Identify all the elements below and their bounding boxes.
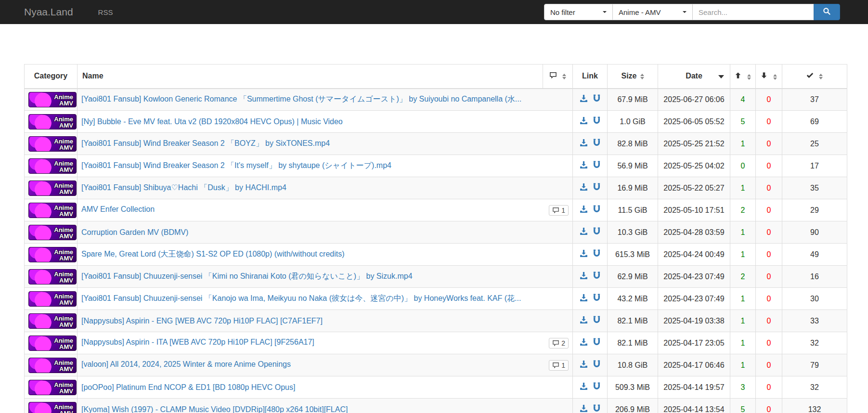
category-icon-anime-amv[interactable]: AnimeAMV	[28, 291, 77, 307]
category-icon-anime-amv[interactable]: AnimeAMV	[28, 269, 77, 284]
download-icon[interactable]	[580, 183, 588, 193]
download-icon[interactable]	[580, 249, 588, 259]
size-cell: 206.9 MiB	[608, 399, 658, 413]
torrent-name-link[interactable]: Spare Me, Great Lord (大王饶命) S1-S2 OP ED …	[81, 250, 345, 258]
download-icon[interactable]	[580, 316, 588, 326]
magnet-icon[interactable]	[593, 227, 601, 237]
completed-cell: 132	[782, 399, 847, 413]
category-icon-anime-amv[interactable]: AnimeAMV	[28, 313, 77, 329]
category-icon-anime-amv[interactable]: AnimeAMV	[28, 136, 77, 152]
download-icon[interactable]	[580, 205, 588, 215]
torrent-name-link[interactable]: [Nappysubs] Aspirin - ITA [WEB AVC 720p …	[81, 338, 314, 346]
torrent-name-link[interactable]: [Kyoma] Wish (1997) - CLAMP Music Video …	[81, 405, 348, 413]
download-icon[interactable]	[580, 139, 588, 149]
completed-cell: 49	[782, 244, 847, 266]
torrent-name-link[interactable]: Corruption Garden MV (BDMV)	[81, 228, 188, 236]
category-icon-anime-amv[interactable]: AnimeAMV	[28, 158, 77, 174]
header-category[interactable]: Category	[25, 65, 78, 89]
header-leechers[interactable]	[756, 65, 782, 89]
torrent-name-link[interactable]: [Yaoi801 Fansub] Wind Breaker Season 2 「…	[81, 161, 391, 169]
category-icon-anime-amv[interactable]: AnimeAMV	[28, 114, 77, 129]
category-icon-anime-amv[interactable]: AnimeAMV	[28, 181, 77, 196]
torrent-name-link[interactable]: [Yaoi801 Fansub] Wind Breaker Season 2 「…	[81, 139, 330, 147]
header-name[interactable]: Name	[78, 65, 543, 89]
download-icon[interactable]	[580, 294, 588, 304]
category-icon-anime-amv[interactable]: AnimeAMV	[28, 247, 77, 262]
link-cell	[573, 89, 608, 111]
magnet-icon[interactable]	[593, 382, 601, 392]
magnet-icon[interactable]	[593, 338, 601, 348]
torrent-name-link[interactable]: [Yaoi801 Fansub] Chuuzenji-sensei 「Kimi …	[81, 272, 413, 280]
torrent-name-link[interactable]: [Yaoi801 Fansub] Chuuzenji-sensei 「Kanoj…	[81, 294, 521, 302]
download-icon[interactable]	[580, 404, 588, 413]
category-select-value: Anime - AMV	[619, 8, 661, 16]
category-icon-anime-amv[interactable]: AnimeAMV	[28, 203, 77, 218]
header-completed[interactable]	[782, 65, 847, 89]
category-icon-anime-amv[interactable]: AnimeAMV	[28, 380, 77, 395]
category-select[interactable]: Anime - AMV	[612, 4, 693, 20]
magnet-icon[interactable]	[593, 271, 601, 282]
speech-bubble-icon	[549, 72, 559, 80]
download-icon[interactable]	[580, 161, 588, 171]
category-icon-anime-amv[interactable]: AnimeAMV	[28, 336, 77, 351]
size-cell: 11.5 GiB	[608, 199, 658, 221]
torrent-name-link[interactable]: [Nappysubs] Aspirin - ENG [WEB AVC 720p …	[81, 317, 323, 325]
category-badge-label: AnimeAMV	[54, 315, 73, 328]
category-cell: AnimeAMV	[25, 177, 78, 199]
header-comments[interactable]	[543, 65, 573, 89]
magnet-icon[interactable]	[593, 294, 601, 304]
torrent-name-link[interactable]: [Ny] Bubble - Eve MV feat. Uta v2 (BD 19…	[81, 117, 343, 126]
leechers-cell: 0	[756, 199, 782, 221]
date-cell: 2025-05-25 04:02	[658, 155, 730, 177]
leechers-cell: 0	[756, 266, 782, 288]
download-icon[interactable]	[580, 338, 588, 348]
magnet-icon[interactable]	[593, 360, 601, 370]
download-icon[interactable]	[580, 94, 588, 104]
category-cell: AnimeAMV	[25, 155, 78, 177]
comments-badge[interactable]: 2	[549, 338, 569, 348]
category-badge-label: AnimeAMV	[54, 138, 73, 151]
download-icon[interactable]	[580, 271, 588, 282]
search-button[interactable]	[814, 4, 840, 20]
magnet-icon[interactable]	[593, 116, 601, 127]
link-cell	[573, 288, 608, 310]
leechers-cell: 0	[756, 177, 782, 199]
magnet-icon[interactable]	[593, 404, 601, 413]
brand-link[interactable]: Nyaa.Land	[24, 6, 73, 18]
category-cell: AnimeAMV	[25, 221, 78, 244]
header-seeders[interactable]	[730, 65, 756, 89]
comments-badge[interactable]: 1	[549, 205, 569, 216]
torrent-name-link[interactable]: [Yaoi801 Fansub] Kowloon Generic Romance…	[81, 95, 521, 103]
filter-select[interactable]: No filter	[544, 4, 613, 20]
leechers-cell: 0	[756, 221, 782, 244]
torrent-name-link[interactable]: [poOPoo] Platinum End NCOP & ED1 [BD 108…	[81, 383, 295, 391]
download-icon[interactable]	[580, 116, 588, 127]
date-cell: 2025-04-28 03:59	[658, 221, 730, 244]
magnet-icon[interactable]	[593, 316, 601, 326]
comments-badge[interactable]: 1	[549, 360, 569, 371]
date-cell: 2025-04-14 13:54	[658, 399, 730, 413]
torrent-name-link[interactable]: AMV Enfer Collection	[81, 205, 155, 213]
header-date[interactable]: Date	[658, 65, 730, 89]
torrent-name-link[interactable]: [valoon] All 2014, 2024, 2025 Winter & m…	[81, 360, 291, 368]
magnet-icon[interactable]	[593, 139, 601, 149]
torrent-table-body: AnimeAMV[Yaoi801 Fansub] Kowloon Generic…	[25, 89, 847, 413]
download-icon[interactable]	[580, 360, 588, 370]
header-size[interactable]: Size	[608, 65, 658, 89]
category-icon-anime-amv[interactable]: AnimeAMV	[28, 92, 77, 107]
category-icon-anime-amv[interactable]: AnimeAMV	[28, 402, 77, 413]
magnet-icon[interactable]	[593, 183, 601, 193]
torrent-name-link[interactable]: [Yaoi801 Fansub] Shibuya♡Hachi 「Dusk」 by…	[81, 183, 286, 192]
nav-link-rss[interactable]: RSS	[98, 8, 113, 16]
magnet-icon[interactable]	[593, 249, 601, 259]
download-icon[interactable]	[580, 227, 588, 237]
leechers-cell: 0	[756, 155, 782, 177]
magnet-icon[interactable]	[593, 94, 601, 104]
magnet-icon[interactable]	[593, 161, 601, 171]
completed-cell: 16	[782, 266, 847, 288]
category-icon-anime-amv[interactable]: AnimeAMV	[28, 225, 77, 240]
search-input[interactable]	[692, 4, 814, 20]
category-icon-anime-amv[interactable]: AnimeAMV	[28, 358, 77, 373]
download-icon[interactable]	[580, 382, 588, 392]
magnet-icon[interactable]	[593, 205, 601, 215]
